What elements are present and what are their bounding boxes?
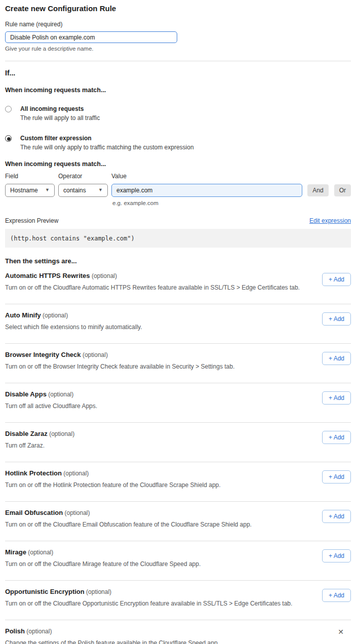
edit-expression-link[interactable]: Edit expression bbox=[309, 217, 351, 224]
add-button[interactable]: + Add bbox=[322, 470, 351, 484]
setting-title: Disable Apps bbox=[5, 390, 47, 398]
setting-row: Hotlink Protection (optional) Turn on or… bbox=[5, 462, 351, 502]
setting-optional-tag: (optional) bbox=[28, 549, 53, 556]
or-button[interactable]: Or bbox=[334, 184, 351, 196]
setting-title-line: Auto Minify (optional) bbox=[5, 311, 351, 319]
radio-button[interactable] bbox=[5, 135, 12, 142]
setting-description: Turn on or off the Cloudflare Automatic … bbox=[5, 284, 351, 291]
setting-row: Email Obfuscation (optional) Turn on or … bbox=[5, 502, 351, 541]
setting-title: Auto Minify bbox=[5, 311, 41, 319]
setting-description: Turn on or off the Cloudflare Opportunis… bbox=[5, 600, 351, 607]
setting-optional-tag: (optional) bbox=[43, 312, 68, 319]
setting-optional-tag: (optional) bbox=[92, 272, 117, 279]
setting-title-line: Opportunistic Encryption (optional) bbox=[5, 588, 351, 595]
setting-description: Turn on or off the Cloudflare Mirage fea… bbox=[5, 560, 351, 568]
setting-optional-tag: (optional) bbox=[83, 351, 108, 358]
setting-title: Email Obfuscation bbox=[5, 509, 63, 516]
setting-row: Automatic HTTPS Rewrites (optional) Turn… bbox=[5, 265, 351, 304]
add-button[interactable]: + Add bbox=[322, 273, 351, 286]
setting-title: Disable Zaraz bbox=[5, 430, 48, 437]
setting-title-line: Disable Zaraz (optional) bbox=[5, 430, 351, 437]
operator-label: Operator bbox=[58, 173, 108, 180]
and-button[interactable]: And bbox=[307, 184, 328, 196]
field-select[interactable]: Hostname ▼ bbox=[5, 184, 55, 197]
page-title: Create new Configuration Rule bbox=[5, 4, 351, 13]
add-button[interactable]: + Add bbox=[322, 352, 351, 365]
radio-label: Custom filter expression bbox=[20, 135, 194, 142]
setting-title: Hotlink Protection bbox=[5, 469, 62, 477]
setting-description: Select which file extensions to minify a… bbox=[5, 324, 351, 331]
then-settings-heading: Then the settings are... bbox=[5, 257, 351, 265]
setting-optional-tag: (optional) bbox=[26, 628, 52, 635]
add-button[interactable]: + Add bbox=[322, 549, 351, 562]
setting-row-polish: Polish (optional) ✕ Change the settings … bbox=[5, 620, 351, 644]
radio-label: All incoming requests bbox=[20, 105, 100, 112]
setting-title: Polish bbox=[5, 627, 25, 635]
setting-optional-tag: (optional) bbox=[49, 430, 74, 437]
value-help-text: e.g. example.com bbox=[112, 200, 351, 206]
setting-title-line: Polish (optional) bbox=[5, 627, 351, 635]
value-label: Value bbox=[111, 173, 302, 180]
setting-row: Disable Zaraz (optional) Turn off Zaraz.… bbox=[5, 423, 351, 462]
if-heading: If... bbox=[5, 69, 351, 77]
setting-title-line: Automatic HTTPS Rewrites (optional) bbox=[5, 272, 351, 279]
expression-builder-match-label: When incoming requests match... bbox=[5, 160, 351, 168]
setting-title-line: Mirage (optional) bbox=[5, 548, 351, 556]
field-select-value: Hostname bbox=[10, 187, 38, 194]
setting-optional-tag: (optional) bbox=[48, 391, 73, 398]
setting-row: Auto Minify (optional) Select which file… bbox=[5, 304, 351, 344]
setting-title: Opportunistic Encryption bbox=[5, 588, 85, 595]
setting-optional-tag: (optional) bbox=[63, 470, 89, 477]
setting-title: Mirage bbox=[5, 548, 26, 556]
add-button[interactable]: + Add bbox=[322, 391, 351, 405]
chevron-down-icon: ▼ bbox=[98, 187, 103, 192]
chevron-down-icon: ▼ bbox=[45, 187, 50, 192]
setting-description: Turn on or off the Cloudflare Email Obfu… bbox=[5, 521, 351, 528]
setting-optional-tag: (optional) bbox=[64, 509, 90, 516]
operator-select-value: contains bbox=[63, 187, 86, 194]
radio-button[interactable] bbox=[5, 106, 12, 112]
expression-preview-code: (http.host contains "example.com") bbox=[5, 229, 351, 248]
add-button[interactable]: + Add bbox=[322, 589, 351, 602]
setting-title-line: Disable Apps (optional) bbox=[5, 390, 351, 398]
setting-title-line: Hotlink Protection (optional) bbox=[5, 469, 351, 477]
setting-row: Browser Integrity Check (optional) Turn … bbox=[5, 344, 351, 383]
setting-title-line: Email Obfuscation (optional) bbox=[5, 509, 351, 516]
rule-name-label: Rule name (required) bbox=[5, 21, 351, 28]
setting-description: Change the settings of the Polish featur… bbox=[5, 639, 351, 644]
setting-optional-tag: (optional) bbox=[86, 588, 111, 595]
setting-description: Turn on or off the Browser Integrity Che… bbox=[5, 363, 351, 370]
expression-preview-label: Expression Preview bbox=[5, 217, 58, 224]
setting-title: Automatic HTTPS Rewrites bbox=[5, 272, 90, 279]
add-button[interactable]: + Add bbox=[322, 431, 351, 444]
setting-row: Disable Apps (optional) Turn off all act… bbox=[5, 383, 351, 423]
incoming-requests-match-label: When incoming requests match... bbox=[5, 87, 351, 94]
setting-description: Turn off Zaraz. bbox=[5, 442, 351, 449]
add-button[interactable]: + Add bbox=[322, 312, 351, 326]
radio-custom-filter-expression[interactable]: Custom filter expression The rule will o… bbox=[5, 135, 351, 151]
setting-row: Opportunistic Encryption (optional) Turn… bbox=[5, 581, 351, 620]
setting-row: Mirage (optional) Turn on or off the Clo… bbox=[5, 541, 351, 581]
radio-all-incoming-requests[interactable]: All incoming requests The rule will appl… bbox=[5, 105, 351, 122]
operator-select[interactable]: contains ▼ bbox=[58, 184, 108, 197]
setting-title: Browser Integrity Check bbox=[5, 351, 81, 358]
radio-description: The rule will only apply to traffic matc… bbox=[20, 144, 194, 151]
rule-name-input[interactable] bbox=[5, 31, 177, 43]
section-divider bbox=[5, 61, 351, 61]
setting-description: Turn on or off the Hotlink Protection fe… bbox=[5, 481, 351, 489]
create-configuration-rule-form: Create new Configuration Rule Rule name … bbox=[0, 0, 357, 644]
close-icon[interactable]: ✕ bbox=[338, 628, 344, 635]
value-input[interactable] bbox=[111, 184, 302, 197]
add-button[interactable]: + Add bbox=[322, 510, 351, 523]
radio-description: The rule will apply to all traffic bbox=[20, 114, 100, 122]
rule-name-help: Give your rule a descriptive name. bbox=[5, 46, 351, 52]
settings-list: Automatic HTTPS Rewrites (optional) Turn… bbox=[5, 265, 351, 620]
setting-description: Turn off all active Cloudflare Apps. bbox=[5, 402, 351, 410]
field-label: Field bbox=[5, 173, 55, 180]
expression-builder-row: Field Hostname ▼ Operator contains ▼ Val… bbox=[5, 173, 351, 197]
setting-title-line: Browser Integrity Check (optional) bbox=[5, 351, 351, 358]
